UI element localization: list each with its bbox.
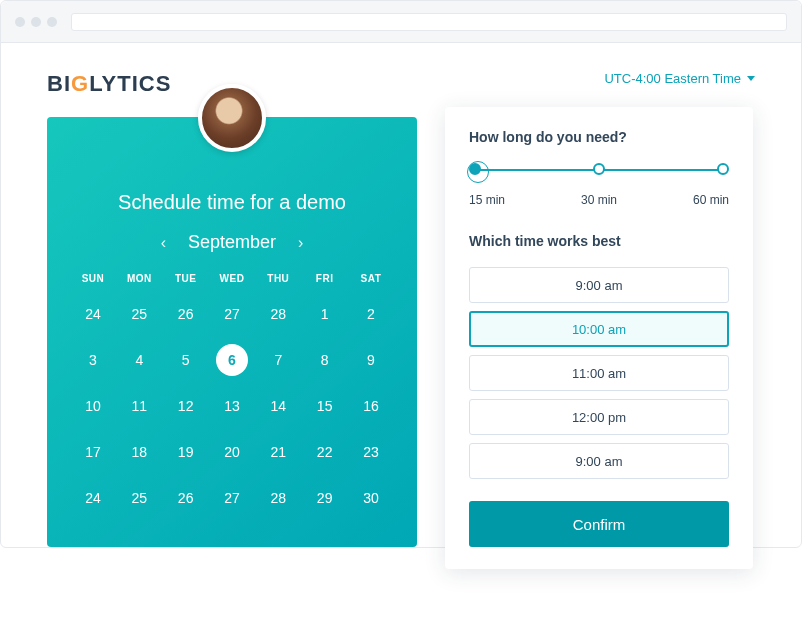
calendar-day[interactable]: 27	[212, 298, 252, 330]
browser-toolbar	[1, 1, 801, 43]
address-bar[interactable]	[71, 13, 787, 31]
main-area: Schedule time for a demo ‹ September › S…	[47, 117, 755, 547]
calendar-card: Schedule time for a demo ‹ September › S…	[47, 117, 417, 547]
calendar-day[interactable]: 10	[73, 390, 113, 422]
weekday-label: MON	[119, 273, 159, 284]
calendar-day[interactable]: 19	[166, 436, 206, 468]
calendar-grid: 2425262728123456789101112131415161718192…	[73, 298, 391, 514]
weekday-label: FRI	[305, 273, 345, 284]
calendar-row: 24252627282930	[73, 482, 391, 514]
calendar-day[interactable]: 28	[258, 298, 298, 330]
calendar-day[interactable]: 23	[351, 436, 391, 468]
browser-window: BIGLYTICS UTC-4:00 Eastern Time Schedule…	[0, 0, 802, 548]
avatar	[198, 84, 266, 152]
weekday-label: THU	[258, 273, 298, 284]
calendar-day[interactable]: 17	[73, 436, 113, 468]
calendar-day[interactable]: 4	[119, 344, 159, 376]
booking-panel: How long do you need? 15 min 30 min 60 m…	[445, 107, 753, 569]
logo-text-pre: BI	[47, 71, 71, 96]
duration-label-0: 15 min	[469, 193, 505, 207]
timezone-selector[interactable]: UTC-4:00 Eastern Time	[604, 71, 755, 86]
month-switcher: ‹ September ›	[73, 232, 391, 253]
calendar-day[interactable]: 8	[305, 344, 345, 376]
logo-text-g: G	[71, 71, 89, 96]
calendar-day[interactable]: 20	[212, 436, 252, 468]
calendar-day[interactable]: 22	[305, 436, 345, 468]
calendar-day[interactable]: 14	[258, 390, 298, 422]
calendar-row: 3456789	[73, 344, 391, 376]
top-bar: BIGLYTICS UTC-4:00 Eastern Time	[47, 71, 755, 97]
calendar-day[interactable]: 28	[258, 482, 298, 514]
logo: BIGLYTICS	[47, 71, 171, 97]
month-label: September	[188, 232, 276, 253]
weekday-label: TUE	[166, 273, 206, 284]
calendar-day[interactable]: 30	[351, 482, 391, 514]
chevron-down-icon	[747, 76, 755, 81]
calendar-day[interactable]: 26	[166, 298, 206, 330]
calendar-day[interactable]: 15	[305, 390, 345, 422]
calendar-day[interactable]: 18	[119, 436, 159, 468]
weekday-label: SUN	[73, 273, 113, 284]
calendar-day[interactable]: 21	[258, 436, 298, 468]
duration-tick-30[interactable]	[593, 163, 605, 175]
duration-tick-15[interactable]	[469, 163, 481, 175]
time-title: Which time works best	[469, 233, 729, 249]
calendar-day[interactable]: 3	[73, 344, 113, 376]
window-controls	[15, 17, 57, 27]
minimize-icon[interactable]	[31, 17, 41, 27]
calendar-day[interactable]: 13	[212, 390, 252, 422]
calendar-day[interactable]: 6	[216, 344, 248, 376]
calendar-day[interactable]: 9	[351, 344, 391, 376]
calendar-day[interactable]: 12	[166, 390, 206, 422]
prev-month-button[interactable]: ‹	[161, 234, 166, 252]
calendar-day[interactable]: 27	[212, 482, 252, 514]
calendar-day[interactable]: 25	[119, 482, 159, 514]
duration-labels: 15 min 30 min 60 min	[469, 193, 729, 207]
time-slot[interactable]: 9:00 am	[469, 267, 729, 303]
calendar-row: 242526272812	[73, 298, 391, 330]
calendar-day[interactable]: 25	[119, 298, 159, 330]
duration-label-1: 30 min	[581, 193, 617, 207]
calendar-day[interactable]: 29	[305, 482, 345, 514]
weekday-label: SAT	[351, 273, 391, 284]
calendar-day[interactable]: 5	[166, 344, 206, 376]
time-slot[interactable]: 12:00 pm	[469, 399, 729, 435]
calendar-day[interactable]: 1	[305, 298, 345, 330]
time-slot[interactable]: 11:00 am	[469, 355, 729, 391]
timezone-label: UTC-4:00 Eastern Time	[604, 71, 741, 86]
time-slot-list: 9:00 am10:00 am11:00 am12:00 pm9:00 am	[469, 267, 729, 479]
logo-text-post: LYTICS	[89, 71, 171, 96]
maximize-icon[interactable]	[47, 17, 57, 27]
calendar-title: Schedule time for a demo	[73, 191, 391, 214]
calendar-day[interactable]: 26	[166, 482, 206, 514]
duration-title: How long do you need?	[469, 129, 729, 145]
calendar-day[interactable]: 24	[73, 298, 113, 330]
duration-tick-60[interactable]	[717, 163, 729, 175]
time-slot[interactable]: 9:00 am	[469, 443, 729, 479]
next-month-button[interactable]: ›	[298, 234, 303, 252]
calendar-row: 10111213141516	[73, 390, 391, 422]
page-content: BIGLYTICS UTC-4:00 Eastern Time Schedule…	[1, 43, 801, 547]
duration-slider[interactable]	[469, 163, 729, 187]
duration-label-2: 60 min	[693, 193, 729, 207]
calendar-day[interactable]: 16	[351, 390, 391, 422]
weekday-label: WED	[212, 273, 252, 284]
calendar-row: 17181920212223	[73, 436, 391, 468]
calendar-day[interactable]: 7	[258, 344, 298, 376]
time-slot[interactable]: 10:00 am	[469, 311, 729, 347]
close-icon[interactable]	[15, 17, 25, 27]
calendar-day[interactable]: 24	[73, 482, 113, 514]
calendar-day[interactable]: 2	[351, 298, 391, 330]
weekday-header: SUNMONTUEWEDTHUFRISAT	[73, 273, 391, 284]
calendar-day[interactable]: 11	[119, 390, 159, 422]
confirm-button[interactable]: Confirm	[469, 501, 729, 547]
